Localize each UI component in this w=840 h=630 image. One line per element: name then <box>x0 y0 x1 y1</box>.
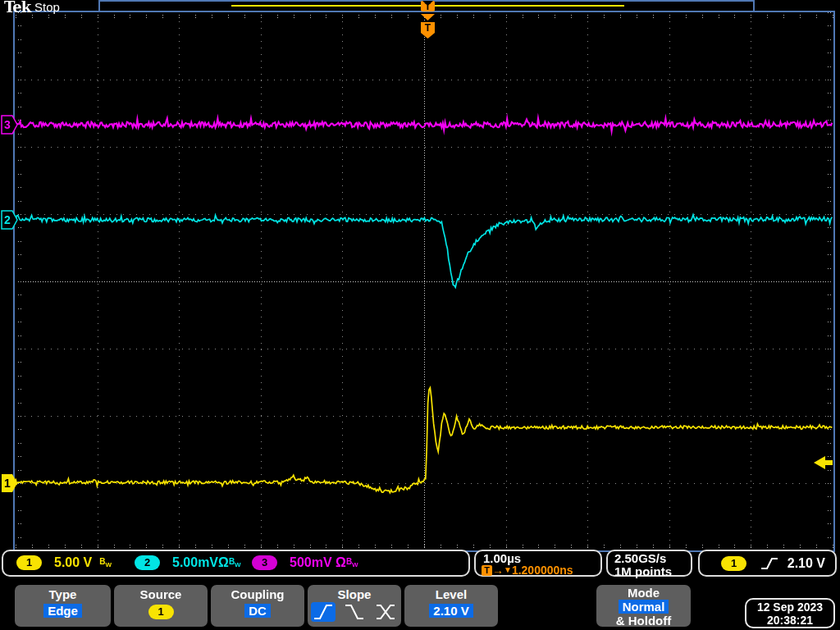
slope-falling-icon[interactable] <box>342 602 367 622</box>
trigger-source-badge: 1 <box>721 556 746 571</box>
slope-both-icon[interactable] <box>373 602 398 622</box>
level-value: 2.10 V <box>429 604 472 618</box>
slope-rising-icon[interactable] <box>311 602 336 622</box>
ch2-bw-limit-icon: BW <box>229 557 241 566</box>
trigger-slope-rising-icon <box>760 556 779 571</box>
menu-mode-button[interactable]: Mode Normal & Holdoff <box>596 585 691 627</box>
menu-type-button[interactable]: Type Edge <box>15 585 111 627</box>
trigger-level-readout: 2.10 V <box>788 556 825 571</box>
mode-extra: & Holdoff <box>596 614 691 628</box>
ch2-badge: 2 <box>135 555 160 570</box>
channel-3-marker[interactable]: 3 <box>2 116 17 134</box>
menu-level-button[interactable]: Level 2.10 V <box>404 585 498 627</box>
acquisition-status: Stop <box>34 0 60 14</box>
trigger-position-flag[interactable]: T <box>421 14 435 39</box>
ch3-scale: 500mV ΩBW <box>290 555 358 570</box>
ch3-badge: 3 <box>252 555 277 570</box>
tek-logo: Tek <box>4 0 30 16</box>
timebase-readout-box: 1.00µs T→▼1.200000ns <box>474 550 602 577</box>
channel-readout-box: 1 5.00 V BW 2 5.00mVΩBW 3 500mV ΩBW <box>2 550 470 577</box>
ch1-badge: 1 <box>16 555 42 570</box>
sample-rate: 2.50GS/s <box>608 551 691 564</box>
trigger-delay-readout: T→▼1.200000ns <box>476 564 600 576</box>
date-label: 12 Sep 2023 <box>746 600 833 614</box>
timebase-scale: 1.00µs <box>476 551 600 564</box>
svg-text:T: T <box>425 1 431 12</box>
ch1-scale: 5.00 V BW <box>54 555 112 570</box>
acquisition-readout-box: 2.50GS/s 1M points <box>606 550 692 577</box>
trigger-level-arrow[interactable] <box>814 456 833 469</box>
mode-value: Normal <box>619 600 669 614</box>
channel-2-marker[interactable]: 2 <box>2 211 17 229</box>
trigger-readout-box: 1 2.10 V <box>698 550 837 577</box>
oscilloscope-screen: T T 3 2 1 Tek Stop 1 5.00 V BW 2 5.00mVΩ… <box>0 0 840 630</box>
marker-overlay: T T 3 2 1 <box>0 0 840 630</box>
datetime-box: 12 Sep 2023 20:38:21 <box>745 598 835 628</box>
source-channel-badge: 1 <box>148 605 174 619</box>
svg-text:3: 3 <box>4 118 11 131</box>
menu-coupling-button[interactable]: Coupling DC <box>211 585 304 627</box>
svg-text:2: 2 <box>4 213 11 226</box>
ch2-scale: 5.00mVΩBW <box>172 555 241 570</box>
ch3-bw-limit-icon: BW <box>346 557 358 566</box>
trigger-record-position-icon: T <box>421 1 435 12</box>
channel-1-marker[interactable]: 1 <box>2 474 17 492</box>
coupling-value: DC <box>244 604 271 618</box>
ch1-bw-limit-icon: BW <box>99 557 112 566</box>
svg-text:T: T <box>425 22 431 34</box>
menu-slope-button[interactable]: Slope <box>308 585 401 627</box>
trigger-t-icon: T <box>482 565 492 576</box>
time-label: 20:38:21 <box>746 614 833 627</box>
svg-text:1: 1 <box>4 477 11 490</box>
record-length: 1M points <box>608 564 691 578</box>
type-value: Edge <box>43 604 82 618</box>
menu-source-button[interactable]: Source 1 <box>114 585 208 627</box>
